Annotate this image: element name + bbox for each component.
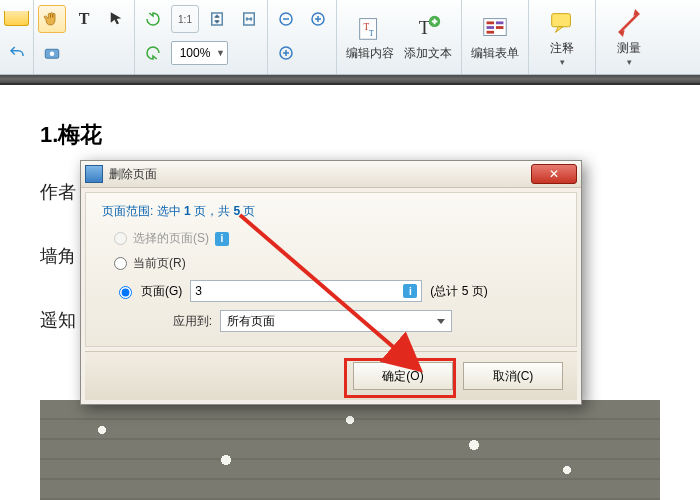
page-range-summary: 页面范围: 选中 1 页，共 5 页 — [102, 203, 562, 220]
dialog-titlebar[interactable]: 删除页面 ✕ — [81, 161, 581, 188]
info-icon[interactable]: i — [215, 232, 229, 246]
radio-pages[interactable]: 页面(G) 3 i (总计 5 页) — [114, 280, 562, 302]
radio-selected-pages-input — [114, 232, 127, 245]
info-icon[interactable]: i — [403, 284, 417, 298]
radio-current-page[interactable]: 当前页(R) — [114, 255, 562, 272]
annotate-button[interactable]: 注释 ▾ — [533, 2, 591, 72]
undo-icon[interactable] — [4, 39, 29, 67]
close-button[interactable]: ✕ — [531, 164, 577, 184]
actual-size-icon[interactable]: 1:1 — [171, 5, 199, 33]
radio-selected-pages[interactable]: 选择的页面(S) i — [114, 230, 562, 247]
page-total-hint: (总计 5 页) — [430, 283, 487, 300]
marquee-zoom-icon[interactable] — [272, 39, 300, 67]
measure-label: 测量 — [617, 40, 641, 57]
dialog-title: 删除页面 — [109, 166, 157, 183]
chevron-down-icon — [437, 319, 445, 324]
svg-rect-15 — [487, 30, 495, 33]
edit-content-button[interactable]: TT 编辑内容 — [341, 2, 399, 72]
hand-tool-icon[interactable] — [38, 5, 66, 33]
radio-pages-input[interactable] — [119, 286, 132, 299]
document-image — [40, 400, 660, 500]
radio-pages-label: 页面(G) — [141, 283, 182, 300]
zoom-in-icon[interactable] — [304, 5, 332, 33]
cancel-button[interactable]: 取消(C) — [463, 362, 563, 390]
page-range-field[interactable]: 3 i — [190, 280, 422, 302]
svg-text:T: T — [419, 16, 431, 37]
doc-heading: 1.梅花 — [40, 120, 660, 150]
dialog-actions: 确定(O) 取消(C) — [85, 351, 577, 400]
radio-current-page-input[interactable] — [114, 257, 127, 270]
dialog-body: 页面范围: 选中 1 页，共 5 页 选择的页面(S) i 当前页(R) 页面(… — [85, 192, 577, 347]
svg-rect-16 — [496, 21, 504, 24]
page-range-value: 3 — [195, 284, 202, 298]
svg-rect-17 — [496, 26, 504, 29]
rotate-right-icon[interactable] — [139, 39, 167, 67]
app-icon — [85, 165, 103, 183]
zoom-combo[interactable]: ▼ — [171, 41, 228, 65]
apply-to-label: 应用到: — [114, 313, 212, 330]
edit-form-button[interactable]: 编辑表单 — [466, 2, 524, 72]
chevron-down-icon: ▼ — [216, 48, 225, 58]
snapshot-icon[interactable] — [38, 39, 66, 67]
zoom-out-icon[interactable] — [272, 5, 300, 33]
delete-pages-dialog: 删除页面 ✕ 页面范围: 选中 1 页，共 5 页 选择的页面(S) i 当前页… — [80, 160, 582, 405]
chevron-down-icon: ▾ — [560, 57, 565, 67]
apply-to-combo[interactable]: 所有页面 — [220, 310, 452, 332]
radio-current-page-label: 当前页(R) — [133, 255, 186, 272]
fit-page-icon[interactable] — [203, 5, 231, 33]
ok-button[interactable]: 确定(O) — [353, 362, 453, 390]
rotate-left-icon[interactable] — [139, 5, 167, 33]
chevron-down-icon: ▾ — [627, 57, 632, 67]
svg-rect-14 — [487, 26, 495, 29]
zoom-input[interactable] — [174, 45, 216, 61]
add-text-label: 添加文本 — [404, 45, 452, 62]
svg-text:T: T — [369, 28, 374, 37]
fit-width-icon[interactable] — [235, 5, 263, 33]
svg-rect-18 — [552, 13, 571, 26]
measure-button[interactable]: 测量 ▾ — [600, 2, 658, 72]
divider — [0, 75, 700, 85]
add-text-button[interactable]: T 添加文本 — [399, 2, 457, 72]
cursor-icon[interactable] — [102, 5, 130, 33]
edit-content-label: 编辑内容 — [346, 45, 394, 62]
apply-to-value: 所有页面 — [227, 313, 275, 330]
edit-form-label: 编辑表单 — [471, 45, 519, 62]
svg-rect-13 — [487, 21, 495, 24]
active-tab-marker — [4, 11, 29, 26]
svg-point-1 — [50, 52, 55, 57]
annotate-label: 注释 — [550, 40, 574, 57]
radio-selected-pages-label: 选择的页面(S) — [133, 230, 209, 247]
text-select-icon[interactable]: T — [70, 5, 98, 33]
ribbon-toolbar: T 1:1 — [0, 0, 700, 75]
